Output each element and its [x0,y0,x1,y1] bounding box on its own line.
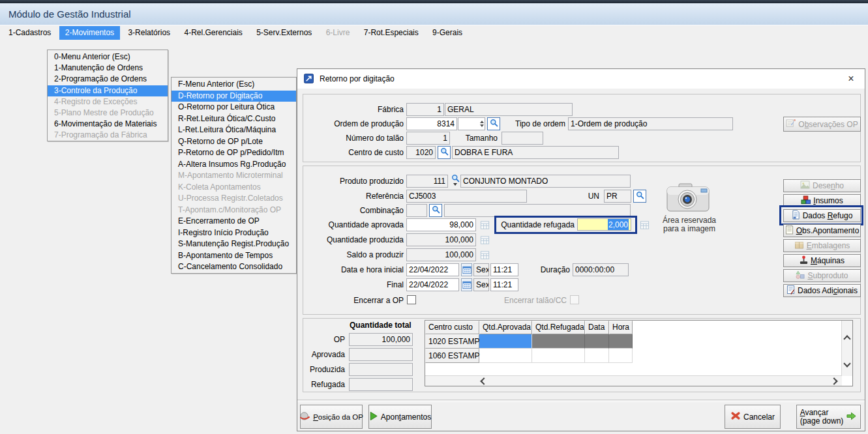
submenu-retorno-op-lote[interactable]: Q-Retorno de OP p/Lote [172,136,296,148]
menu-item-manutencao-ordens[interactable]: 1-Manutenção de Ordens [48,63,168,74]
qtd-aprovada-field[interactable]: 98,000 [406,218,476,231]
qtd-refugada-field[interactable]: 2,000 [577,218,631,231]
menu-rel-gerenciais[interactable]: 4-Rel.Gerenciais [178,26,248,40]
header-data: Data [585,321,609,334]
cell-qtd-refugada[interactable] [532,334,585,349]
observacoes-op-button: Observações OP [783,117,861,132]
cell-qtd-aprovada[interactable] [479,349,532,363]
calendar-icon[interactable] [461,278,472,291]
cubes-icon [801,195,811,207]
submenu-ret-leitura-ccusto[interactable]: R-Ret.Leitura Ótica/C.Custo [172,113,296,125]
picture-icon [800,181,810,191]
submenu-ret-leitura-maquina[interactable]: L-Ret.Leitura Ótica/Máquina [172,124,296,136]
grid-row-1060[interactable]: 1060 ESTAMP [425,349,852,363]
submenu-altera-insumos[interactable]: A-Altera Insumos Rg.Produção [172,159,296,171]
combinacao-search-button[interactable] [429,204,442,217]
fabrica-code-field[interactable]: 1 [406,103,444,116]
vertical-scrollbar[interactable] [841,321,852,376]
submenu-cancelamento-consolidado[interactable]: C-Cancelamento Consolidado [172,261,296,273]
search-icon [636,191,644,201]
qtd-refugada-label: Quantidade refugada [498,218,575,231]
dados-adicionais-button[interactable]: Dados Adicionais [783,284,861,297]
cancelar-button[interactable]: Cancelar [725,405,781,429]
submenu-apontamento-tempos[interactable]: B-Apontamento de Tempos [172,250,296,262]
menu-relatorios[interactable]: 3-Relatórios [122,26,176,40]
scroll-right-icon[interactable] [830,377,837,384]
un-field: PR [604,190,631,203]
obs-apontamento-button[interactable]: Obs.Apontamento [783,224,861,237]
submenu-menu-anterior[interactable]: F-Menu Anterior (Esc) [172,79,296,91]
centro-custo-search-button[interactable] [438,146,451,159]
ordem-producao-label: Ordem de produção [303,117,404,130]
scroll-left-icon[interactable] [480,377,487,384]
numero-talao-field[interactable]: 1 [406,132,450,145]
numero-talao-label: Número do talão [303,132,404,145]
submenu-retorno-op-pedido[interactable]: P-Retorno de OP p/Pedido/Itm [172,147,296,159]
close-icon[interactable]: × [844,72,858,86]
dropdown-arrow-icon [453,183,457,186]
cell-qtd-refugada[interactable] [532,349,585,363]
tamanho-label: Tamanho [457,132,498,145]
menu-item-movimentacao-materiais[interactable]: 6-Movimentação de Materiais [48,119,168,130]
submenu-encerramento-op[interactable]: E-Encerramento de OP [172,216,296,227]
menu-cadastros[interactable]: 1-Cadastros [3,26,57,40]
scroll-up-icon[interactable] [843,335,850,342]
menu-rot-especiais[interactable]: 7-Rot.Especiais [358,26,425,40]
posicao-op-button[interactable]: Posição da OP [300,405,363,429]
dados-refugo-button[interactable]: Dados Refugo [783,209,861,222]
horizontal-scrollbar[interactable] [425,375,842,386]
un-search-button[interactable] [633,190,646,203]
avancar-button[interactable]: Avançar (page down) [796,405,861,429]
submenu-apontamento-microterminal: M-Apontamento Microterminal [172,170,296,182]
grid-header-row: Centro custo Qtd.Aprovada Qtd.Refugada D… [425,321,852,334]
combinacao-code-field[interactable] [406,204,427,217]
grid-breakdown-icon [479,248,490,261]
data-inicial-date-field[interactable]: 22/04/2022 [406,263,459,276]
total-produzida-field [349,363,413,376]
menu-item-programacao-ordens[interactable]: 2-Programação de Ordens [48,74,168,85]
cell-data[interactable] [585,334,609,349]
menu-item-programacao-fabrica: 7-Programação da Fábrica [48,130,168,141]
menu-gerais[interactable]: 9-Gerais [427,26,468,40]
row-header-cell[interactable]: 1020 ESTAMP [425,334,479,349]
menu-livre: 6-Livre [320,26,356,40]
cell-qtd-aprovada-selected[interactable] [479,334,532,349]
app-titlebar[interactable]: Módulo de Gestão Industrial [0,3,868,25]
scroll-down-icon[interactable] [843,360,850,367]
centro-custo-code-field[interactable]: 1020 [406,146,436,159]
grid-row-1020[interactable]: 1020 ESTAMP [425,334,852,349]
apontamentos-button[interactable]: Apontamentos [368,405,432,429]
cell-data[interactable] [585,349,609,363]
quantidade-total-title: Quantidade total [350,321,421,330]
cell-hora[interactable] [609,334,633,349]
encerrar-op-checkbox[interactable] [407,295,416,304]
total-refugada-label: Refugada [307,378,345,391]
data-final-dow-field: Sex [473,278,489,291]
data-final-date-field[interactable]: 22/04/2022 [406,278,459,291]
ordem-producao-field[interactable]: 8314 [406,117,457,130]
menu-item-menu-anterior[interactable]: 0-Menu Anterior (Esc) [48,51,168,63]
cell-hora[interactable] [609,349,633,363]
submenu-apontam-monitoracao: T-Apontam.c/Monitoração OP [172,205,296,216]
produto-code-field[interactable]: 111 [406,175,448,188]
produto-search-icon[interactable] [450,173,460,186]
saldo-produzir-field: 100,000 [406,248,476,261]
submenu-registro-inicio[interactable]: I-Registro Início Produção [172,227,296,239]
subproduto-button: Subproduto [783,269,861,282]
calendar-icon[interactable] [461,263,472,276]
submenu-retorno-digitacao[interactable]: D-Retorno por Digitação [172,91,296,102]
submenu-retorno-leitura-otica[interactable]: O-Retorno por Leitura Ótica [172,102,296,113]
joystick-icon [800,255,808,267]
duracao-label: Duração [516,263,570,276]
dialog-titlebar[interactable]: Retorno por digitação × [297,69,865,89]
menu-item-controle-producao[interactable]: 3-Controle da Produção [48,85,168,96]
submenu-coleta-apontamentos: K-Coleta Apontamentos [172,182,296,194]
menu-movimentos[interactable]: 2-Movimentos [59,26,120,40]
submenu-manutencao-registros[interactable]: S-Manutenção Regist.Produção [172,239,296,250]
data-final-time-field[interactable]: 11:21 [490,278,518,291]
maquinas-button[interactable]: Máquinas [783,254,861,267]
green-arrow-icon [846,411,857,423]
row-header-cell[interactable]: 1060 ESTAMP [425,349,479,363]
menu-serv-externos[interactable]: 5-Serv.Externos [250,26,318,40]
data-inicial-time-field[interactable]: 11:21 [490,263,518,276]
